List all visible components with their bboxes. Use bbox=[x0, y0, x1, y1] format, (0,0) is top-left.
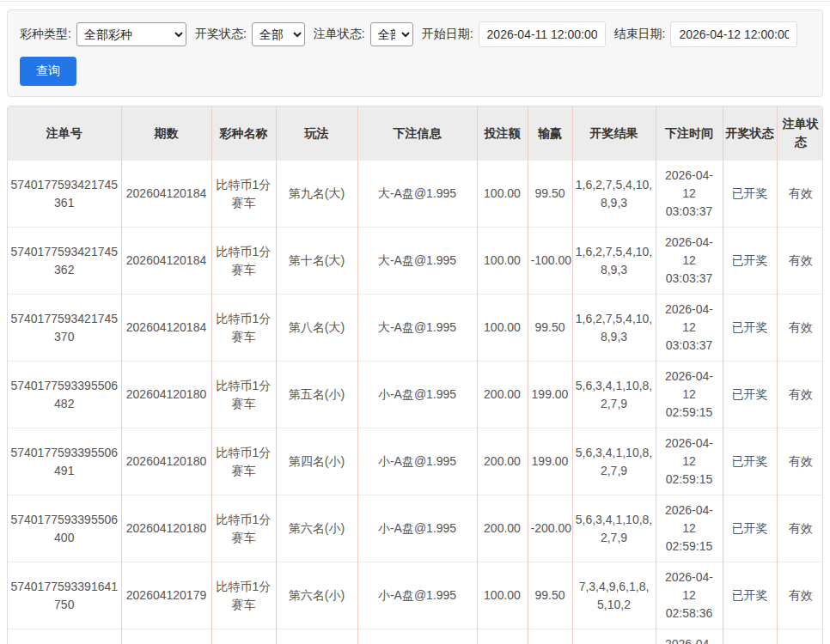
cell-win-loss: -100.00 bbox=[528, 629, 572, 644]
column-header-draw-status: 开奖状态 bbox=[723, 106, 777, 161]
column-header-play-type: 玩法 bbox=[276, 106, 357, 161]
start-date-label: 开始日期: bbox=[422, 27, 473, 42]
cell-bet-id: 5740177593391641750 bbox=[8, 562, 121, 629]
column-header-bet-status: 注单状态 bbox=[777, 106, 823, 161]
cell-bet-amount: 100.00 bbox=[477, 629, 528, 644]
cell-draw-status: 已开奖 bbox=[723, 428, 777, 495]
cell-draw-status: 已开奖 bbox=[723, 495, 777, 562]
cell-period: 202604120179 bbox=[121, 629, 211, 644]
filter-panel: 彩种类型: 全部彩种 开奖状态: 全部 注单状态: 全部 开始日期: 结束日期:… bbox=[7, 9, 823, 97]
cell-draw-result: 1,6,2,7,5,4,10,8,9,3 bbox=[572, 228, 656, 295]
draw-status-label: 开奖状态: bbox=[195, 27, 247, 42]
bet-records-table: 注单号期数彩种名称玩法下注信息投注额输赢开奖结果下注时间开奖状态注单状态 574… bbox=[8, 106, 823, 644]
cell-win-loss: 199.00 bbox=[528, 428, 572, 495]
cell-bet-status: 有效 bbox=[777, 629, 823, 644]
cell-draw-status: 已开奖 bbox=[723, 562, 777, 629]
cell-draw-status: 已开奖 bbox=[723, 228, 777, 295]
cell-play-type: 第九名(大) bbox=[276, 161, 357, 228]
end-date-label: 结束日期: bbox=[614, 27, 666, 42]
cell-bet-status: 有效 bbox=[777, 361, 823, 428]
cell-bet-id: 5740177593395506482 bbox=[8, 361, 121, 428]
cell-draw-result: 5,6,3,4,1,10,8,2,7,9 bbox=[572, 361, 656, 428]
cell-bet-amount: 100.00 bbox=[477, 161, 528, 228]
cell-bet-id: 5740177593395506400 bbox=[8, 495, 121, 562]
cell-play-type: 第六名(小) bbox=[276, 562, 357, 629]
cell-play-type: 第十名(大) bbox=[276, 228, 357, 295]
cell-win-loss: 199.00 bbox=[528, 361, 572, 428]
cell-period: 202604120180 bbox=[121, 428, 211, 495]
cell-win-loss: 99.50 bbox=[528, 295, 572, 361]
cell-bet-id: 5740177593421745370 bbox=[8, 295, 121, 361]
cell-lottery-name: 比特币1分赛车 bbox=[211, 228, 276, 295]
cell-bet-info: 小-A盘@1.995 bbox=[357, 428, 477, 495]
cell-bet-info: 小-A盘@1.995 bbox=[357, 562, 477, 629]
table-row: 5740177593421745370202604120184比特币1分赛车第八… bbox=[8, 295, 823, 361]
cell-bet-info: 小-A盘@1.995 bbox=[357, 629, 477, 644]
cell-bet-id: 5740177593391641782 bbox=[8, 629, 121, 644]
table-body: 5740177593421745361202604120184比特币1分赛车第九… bbox=[8, 161, 823, 644]
cell-draw-status: 已开奖 bbox=[723, 629, 777, 644]
draw-status-select[interactable]: 全部 bbox=[252, 22, 305, 46]
cell-draw-result: 7,3,4,9,6,1,8,5,10,2 bbox=[572, 629, 656, 644]
cell-bet-id: 5740177593395506491 bbox=[8, 428, 121, 495]
column-header-lottery-name: 彩种名称 bbox=[211, 106, 276, 161]
cell-play-type: 第六名(小) bbox=[276, 495, 357, 562]
cell-bet-amount: 100.00 bbox=[477, 562, 528, 629]
end-date-input[interactable] bbox=[670, 21, 797, 47]
query-button[interactable]: 查询 bbox=[20, 57, 76, 86]
cell-bet-amount: 200.00 bbox=[477, 495, 528, 562]
lottery-type-select[interactable]: 全部彩种 bbox=[76, 22, 186, 46]
cell-bet-status: 有效 bbox=[777, 428, 823, 495]
cell-bet-time: 2026-04-12 03:03:37 bbox=[656, 161, 723, 228]
table-row: 5740177593391641750202604120179比特币1分赛车第六… bbox=[8, 562, 823, 629]
table-row: 5740177593421745361202604120184比特币1分赛车第九… bbox=[8, 161, 823, 228]
cell-bet-id: 5740177593421745362 bbox=[8, 228, 121, 295]
table-row: 5740177593395506400202604120180比特币1分赛车第六… bbox=[8, 495, 823, 562]
cell-win-loss: 99.50 bbox=[528, 161, 572, 228]
bet-records-table-wrapper: 注单号期数彩种名称玩法下注信息投注额输赢开奖结果下注时间开奖状态注单状态 574… bbox=[7, 106, 823, 644]
table-row: 5740177593395506482202604120180比特币1分赛车第五… bbox=[8, 361, 823, 428]
cell-play-type: 第五名(小) bbox=[276, 361, 357, 428]
column-header-bet-amount: 投注额 bbox=[477, 106, 528, 161]
filter-row: 彩种类型: 全部彩种 开奖状态: 全部 注单状态: 全部 开始日期: 结束日期: bbox=[20, 21, 810, 47]
bet-status-select[interactable]: 全部 bbox=[370, 22, 413, 46]
cell-bet-time: 2026-04-12 02:59:15 bbox=[656, 495, 723, 562]
cell-win-loss: 99.50 bbox=[528, 562, 572, 629]
cell-bet-status: 有效 bbox=[777, 295, 823, 361]
cell-bet-info: 小-A盘@1.995 bbox=[357, 495, 477, 562]
cell-bet-status: 有效 bbox=[777, 228, 823, 295]
table-row: 5740177593395506491202604120180比特币1分赛车第四… bbox=[8, 428, 823, 495]
cell-bet-id: 5740177593421745361 bbox=[8, 161, 121, 228]
cell-bet-time: 2026-04-12 02:58:36 bbox=[656, 629, 723, 644]
cell-bet-amount: 200.00 bbox=[477, 428, 528, 495]
cell-period: 202604120184 bbox=[121, 161, 211, 228]
cell-period: 202604120184 bbox=[121, 295, 211, 361]
cell-bet-info: 大-A盘@1.995 bbox=[357, 295, 477, 361]
column-header-period: 期数 bbox=[121, 106, 211, 161]
cell-draw-result: 1,6,2,7,5,4,10,8,9,3 bbox=[572, 161, 656, 228]
cell-lottery-name: 比特币1分赛车 bbox=[211, 295, 276, 361]
cell-lottery-name: 比特币1分赛车 bbox=[211, 361, 276, 428]
cell-bet-info: 小-A盘@1.995 bbox=[357, 361, 477, 428]
start-date-input[interactable] bbox=[479, 21, 606, 47]
cell-lottery-name: 比特币1分赛车 bbox=[211, 562, 276, 629]
cell-play-type: 第四名(小) bbox=[276, 428, 357, 495]
cell-bet-time: 2026-04-12 02:58:36 bbox=[656, 562, 723, 629]
cell-draw-status: 已开奖 bbox=[723, 161, 777, 228]
cell-draw-result: 5,6,3,4,1,10,8,2,7,9 bbox=[572, 428, 656, 495]
cell-bet-time: 2026-04-12 03:03:37 bbox=[656, 295, 723, 361]
cell-lottery-name: 比特币1分赛车 bbox=[211, 629, 276, 644]
cell-draw-status: 已开奖 bbox=[723, 295, 777, 361]
cell-play-type: 第八名(大) bbox=[276, 295, 357, 361]
bet-status-label: 注单状态: bbox=[314, 27, 365, 42]
cell-bet-info: 大-A盘@1.995 bbox=[357, 228, 477, 295]
table-row: 5740177593391641782202604120179比特币1分赛车第五… bbox=[8, 629, 823, 644]
column-header-bet-info: 下注信息 bbox=[357, 106, 477, 161]
cell-bet-amount: 100.00 bbox=[477, 295, 528, 361]
cell-bet-status: 有效 bbox=[777, 562, 823, 629]
cell-bet-status: 有效 bbox=[777, 495, 823, 562]
cell-play-type: 第五名(小) bbox=[276, 629, 357, 644]
table-header-row: 注单号期数彩种名称玩法下注信息投注额输赢开奖结果下注时间开奖状态注单状态 bbox=[8, 106, 823, 161]
column-header-bet-time: 下注时间 bbox=[656, 106, 723, 161]
cell-period: 202604120184 bbox=[121, 228, 211, 295]
